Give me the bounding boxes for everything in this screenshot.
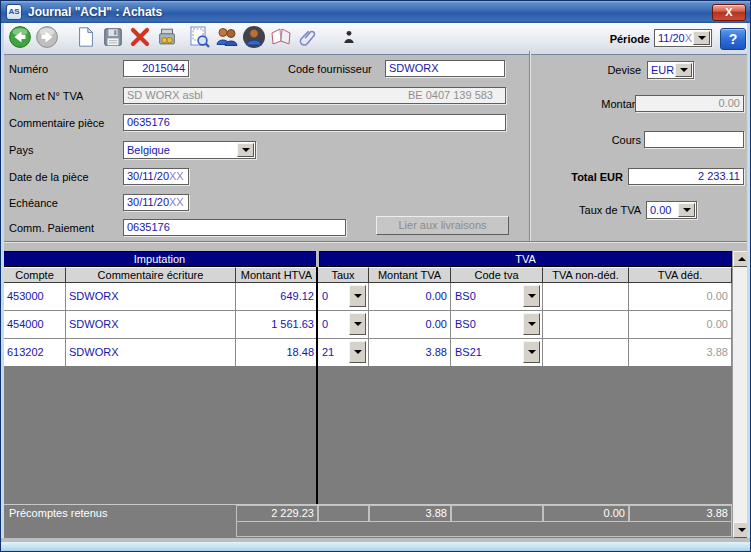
date-piece-suffix: XX [169, 170, 184, 182]
code-fournisseur-field[interactable]: SDWORX [385, 60, 505, 77]
date-piece-field[interactable]: 30/11/20XX [123, 168, 189, 185]
lier-livraisons-button[interactable]: Lier aux livraisons [376, 216, 509, 235]
chevron-down-icon[interactable] [523, 341, 540, 363]
chevron-down-icon[interactable] [523, 285, 540, 307]
echeance-field[interactable]: 30/11/20XX [123, 194, 189, 211]
cell-taux-dropdown[interactable]: 0 [318, 283, 369, 311]
delete-button[interactable] [126, 26, 153, 53]
back-button[interactable] [6, 26, 33, 53]
payment-button[interactable] [153, 26, 180, 53]
app-icon: AS [6, 4, 22, 20]
cell-montant-tva[interactable]: 0.00 [369, 311, 451, 339]
person-button[interactable] [335, 26, 362, 53]
save-icon [102, 26, 124, 52]
cell-montant-htva[interactable]: 1 561.63 [236, 311, 318, 339]
chevron-down-icon[interactable] [349, 285, 366, 307]
comm-paiement-label: Comm. Paiement [9, 222, 94, 234]
cours-field[interactable] [644, 131, 744, 148]
table-row: 453000 SDWORX 649.12 0 0.00 BS0 0.00 [1, 283, 732, 311]
attachment-button[interactable] [294, 26, 321, 53]
cell-compte[interactable]: 454000 [3, 311, 66, 339]
new-button[interactable] [72, 26, 99, 53]
user-icon [242, 25, 266, 53]
echeance-label: Echéance [9, 197, 58, 209]
person-icon [341, 28, 357, 50]
window-border-bottom [1, 542, 751, 552]
cell-commentaire[interactable]: SDWORX [66, 311, 236, 339]
column-header-commentaire: Commentaire écriture [66, 267, 236, 283]
column-header-row: Compte Commentaire écriture Montant HTVA… [1, 267, 732, 283]
pays-dropdown[interactable]: Belgique [123, 141, 256, 159]
code-tva-value: BS0 [455, 311, 522, 337]
numero-field[interactable]: 2015044 [123, 60, 189, 77]
cell-tva-non-ded[interactable] [543, 339, 629, 367]
journal-icon [268, 25, 294, 53]
cell-tva-ded: 0.00 [629, 283, 732, 311]
chevron-down-icon[interactable] [237, 143, 254, 157]
nom-value: SD WORX asbl [127, 88, 203, 103]
date-piece-label: Date de la pièce [9, 171, 89, 183]
cell-tva-ded: 3.88 [629, 339, 732, 367]
comm-paiement-field[interactable]: 0635176 [123, 219, 346, 236]
chevron-down-icon[interactable] [678, 203, 695, 217]
contacts-icon [214, 25, 240, 53]
chevron-down-icon[interactable] [349, 341, 366, 363]
save-button[interactable] [99, 26, 126, 53]
cell-montant-htva[interactable]: 18.48 [236, 339, 318, 367]
cell-code-tva-dropdown[interactable]: BS21 [451, 339, 543, 367]
devise-dropdown[interactable]: EUR [647, 61, 694, 79]
cell-montant-tva[interactable]: 0.00 [369, 283, 451, 311]
period-dropdown[interactable]: 11/20XX [654, 29, 712, 47]
total-taux-blank [318, 505, 369, 522]
preview-button[interactable] [186, 26, 213, 53]
help-button[interactable]: ? [720, 28, 746, 50]
chevron-down-icon[interactable] [523, 313, 540, 335]
taux-value: 21 [322, 339, 348, 365]
column-header-tva-non-ded: TVA non-déd. [543, 267, 629, 283]
chevron-down-icon[interactable] [349, 313, 366, 335]
journal-button[interactable] [267, 26, 294, 53]
payment-icon [156, 26, 178, 52]
cell-taux-dropdown[interactable]: 0 [318, 311, 369, 339]
chevron-down-icon[interactable] [693, 31, 710, 45]
commentaire-piece-field[interactable]: 0635176 [123, 114, 506, 131]
cell-code-tva-dropdown[interactable]: BS0 [451, 311, 543, 339]
cell-compte[interactable]: 613202 [3, 339, 66, 367]
column-header-tva-ded: TVA déd. [629, 267, 732, 283]
cell-commentaire[interactable]: SDWORX [66, 339, 236, 367]
forward-button[interactable] [33, 26, 60, 53]
close-button[interactable]: X [712, 4, 746, 21]
cell-code-tva-dropdown[interactable]: BS0 [451, 283, 543, 311]
cell-compte[interactable]: 453000 [3, 283, 66, 311]
column-header-taux: Taux [318, 267, 369, 283]
group-divider-line [316, 267, 318, 504]
bottom-strip [1, 521, 732, 538]
chevron-down-icon[interactable] [675, 63, 692, 77]
group-header-imputation: Imputation [3, 251, 316, 267]
code-tva-value: BS0 [455, 283, 522, 309]
arrow-down-icon [738, 528, 746, 532]
user-button[interactable] [240, 26, 267, 53]
cours-label: Cours [541, 134, 641, 146]
window-border-right [747, 23, 750, 538]
taux-tva-dropdown[interactable]: 0.00 [646, 201, 697, 219]
cell-tva-non-ded[interactable] [543, 311, 629, 339]
cell-commentaire[interactable]: SDWORX [66, 283, 236, 311]
journal-ach-window: AS Journal "ACH" : Achats X [0, 0, 751, 552]
column-header-code-tva: Code tva [451, 267, 543, 283]
cell-montant-htva[interactable]: 649.12 [236, 283, 318, 311]
forward-icon [35, 25, 59, 53]
montant-field: 0.00 [635, 95, 744, 112]
cell-tva-non-ded[interactable] [543, 283, 629, 311]
code-fournisseur-label: Code fournisseur [288, 63, 372, 75]
code-tva-value: BS21 [455, 339, 522, 365]
period-label: Période [590, 23, 650, 55]
column-header-montant-htva: Montant HTVA [236, 267, 318, 283]
period-value: 11/20 [658, 32, 685, 44]
cell-montant-tva[interactable]: 3.88 [369, 339, 451, 367]
table-empty-area [1, 366, 732, 504]
window-border-left [1, 23, 4, 538]
preview-icon [188, 25, 212, 53]
cell-taux-dropdown[interactable]: 21 [318, 339, 369, 367]
contacts-button[interactable] [213, 26, 240, 53]
